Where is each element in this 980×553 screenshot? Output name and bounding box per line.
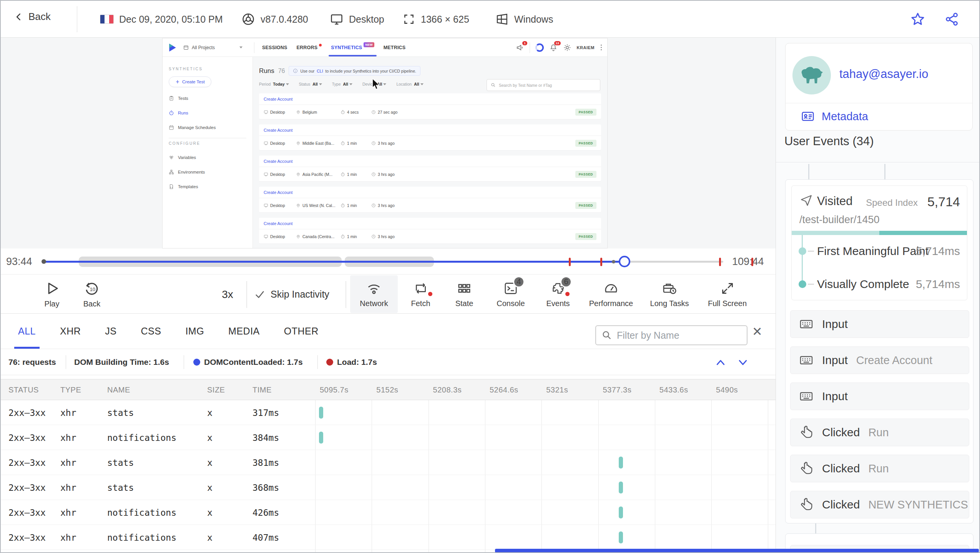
close-panel-button[interactable]: × (752, 321, 762, 342)
network-tab[interactable]: MEDIA (228, 314, 260, 349)
desktop-icon (330, 12, 344, 26)
events-alert-dot (565, 291, 570, 297)
filter-value: All (312, 82, 322, 86)
more-menu-icon[interactable] (600, 44, 603, 51)
panel-button-full-screen[interactable]: Full Screen (699, 275, 755, 313)
tab-sessions[interactable]: SESSIONS (261, 38, 289, 56)
panel-button-network[interactable]: Network (350, 275, 398, 313)
network-request-row[interactable]: 2xx–3xx xhr stats x 368ms (1, 475, 776, 500)
user-email-link[interactable]: tahay@asayer.io (839, 67, 928, 81)
share-icon[interactable] (944, 12, 960, 27)
project-selector[interactable]: All Projects (183, 45, 248, 50)
tab-errors[interactable]: ERRORS (295, 38, 324, 56)
playhead[interactable] (619, 256, 630, 267)
network-request-row[interactable]: 2xx–3xx xhr stats x 381ms (1, 450, 776, 475)
event-marker (612, 260, 615, 263)
run-card[interactable]: Create Account Desktop US West (N. Cal..… (259, 187, 601, 212)
waterfall-bar (619, 482, 623, 493)
search-icon (601, 330, 612, 341)
panel-button-fetch[interactable]: Fetch (400, 275, 441, 313)
map-pin-icon (296, 110, 301, 114)
gear-icon[interactable] (563, 43, 571, 52)
notifications-button[interactable]: 13 (549, 43, 558, 52)
session-info-sidebar: tahay@asayer.io Metadata User Events (34… (776, 38, 980, 553)
run-card[interactable]: Create Account Desktop Asia Pacific (M..… (259, 156, 601, 181)
panel-button-events[interactable]: 6 Events (537, 275, 580, 313)
tab-metrics[interactable]: METRICS (382, 38, 407, 56)
run-time-ago: 3 hrs ago (371, 141, 395, 146)
skip-inactivity-toggle[interactable]: Skip Inactivity (254, 275, 329, 314)
create-test-button[interactable]: Create Test (169, 76, 211, 87)
run-test-name[interactable]: Create Account (259, 156, 601, 167)
network-request-row[interactable]: 2xx–3xx xhr notifications x 407ms (1, 525, 776, 550)
network-tab[interactable]: ALL (18, 314, 36, 349)
playback-speed-button[interactable]: 3x (214, 275, 241, 314)
network-tab[interactable]: IMG (185, 314, 204, 349)
jump-up-button[interactable] (715, 358, 726, 368)
filter-dropdown[interactable]: Location All (396, 82, 423, 86)
panel-button-state[interactable]: State (443, 275, 485, 313)
cli-link[interactable]: CLI (317, 69, 323, 73)
user-menu[interactable]: KRAIEM (577, 45, 595, 50)
player-topbar: Back Dec 09, 2020, 05:10 PM v87.0.4280 D… (1, 1, 980, 38)
sidebar-item-runs[interactable]: Runs (163, 106, 252, 120)
load-marker-dot (326, 359, 333, 366)
resolution-info: 1366 × 625 (402, 1, 469, 38)
favorite-star-icon[interactable] (910, 12, 925, 27)
cli-banner: Use our CLI to include your Synthetics i… (289, 66, 420, 76)
network-tab[interactable]: XHR (60, 314, 81, 349)
network-tab[interactable]: CSS (141, 314, 161, 349)
user-event-item[interactable]: Input Create Account (790, 346, 969, 374)
user-event-item[interactable]: Input (790, 382, 969, 410)
panel-button-long-tasks[interactable]: Long Tasks (643, 275, 696, 313)
run-test-name[interactable]: Create Account (259, 124, 601, 136)
run-test-name[interactable]: Create Account (259, 93, 601, 105)
request-status: 2xx–3xx (8, 425, 46, 450)
network-request-row[interactable]: 2xx–3xx xhr stats x 317ms (1, 400, 776, 425)
sidebar-item-environments[interactable]: Environments (163, 165, 252, 179)
user-event-item[interactable]: Clicked Run (790, 455, 969, 482)
visited-event-card[interactable]: Visited Speed Index 5,714 /test-builder/… (791, 185, 967, 300)
announcements-button[interactable]: 1 (516, 43, 524, 52)
back-button[interactable]: Back (14, 11, 51, 23)
filter-dropdown[interactable]: Status All (299, 82, 322, 86)
panel-button-performance[interactable]: Performance (582, 275, 640, 313)
bottom-scrollbar[interactable] (495, 549, 979, 553)
filter-dropdown[interactable]: Type All (332, 82, 352, 86)
jump-down-button[interactable] (737, 358, 749, 368)
map-pin-icon (296, 141, 301, 146)
back-10-button[interactable]: 10 Back (71, 275, 113, 313)
replay-timeline[interactable]: 93:44 109:44 (1, 248, 776, 274)
run-test-name[interactable]: Create Account (259, 187, 601, 198)
clock-icon (371, 203, 376, 208)
event-connector (815, 523, 816, 533)
waterfall-time-label: 5433.6s (659, 379, 688, 401)
metadata-button[interactable]: Metadata (801, 109, 868, 123)
sidebar-item-templates[interactable]: Templates (163, 179, 252, 194)
filter-dropdown[interactable]: Period Today (259, 82, 289, 86)
os-info: Windows (495, 1, 553, 38)
network-tab[interactable]: JS (105, 314, 116, 349)
asayer-logo-icon (167, 43, 177, 53)
run-card[interactable]: Create Account Desktop Middle East (Ba..… (259, 124, 601, 150)
sidebar-item-manage-schedules[interactable]: Manage Schedules (163, 120, 252, 135)
user-event-item[interactable]: Input (790, 310, 969, 338)
sidebar-item-variables[interactable]: Variables (163, 150, 252, 165)
clock-icon (371, 141, 376, 146)
play-button[interactable]: Play (31, 275, 73, 313)
network-tab[interactable]: OTHER (284, 314, 319, 349)
run-test-name[interactable]: Create Account (259, 218, 601, 229)
network-request-row[interactable]: 2xx–3xx xhr notifications x 384ms (1, 425, 776, 450)
tab-synthetics[interactable]: SYNTHETICSNEW (329, 38, 375, 56)
network-request-row[interactable]: 2xx–3xx xhr notifications x 426ms (1, 500, 776, 525)
user-event-item[interactable]: Clicked NEW SYNTHETICS (790, 491, 969, 518)
sidebar-item-tests[interactable]: Tests (163, 91, 252, 106)
test-search-input[interactable]: Search by Test Name or #Tag (487, 79, 600, 91)
network-filter-input[interactable]: Filter by Name (595, 325, 747, 345)
user-event-item[interactable]: Clicked Run (790, 419, 969, 446)
run-card[interactable]: Create Account Desktop Canada (Centra... (259, 218, 601, 243)
filter-label: Period (259, 82, 271, 86)
network-tabs: ALL XHR JS CSS IMG MEDIA OTHER Filter by… (1, 314, 776, 349)
panel-button-console[interactable]: 4 Console (488, 275, 533, 313)
run-card[interactable]: Create Account Desktop Belgium (259, 93, 601, 119)
